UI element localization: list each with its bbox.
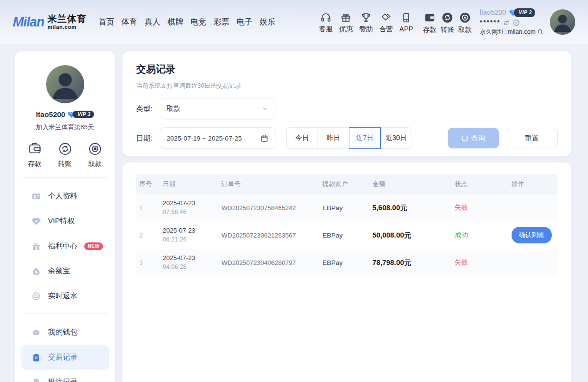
header-wallet-links: 存款 转账 取款 xyxy=(423,11,472,33)
rebate-icon xyxy=(31,291,41,301)
sidebar-withdraw-button[interactable]: 取款 xyxy=(88,142,102,168)
reset-button[interactable]: 重置 xyxy=(506,128,558,148)
table-body: 1 2025-07-23 07:58:46 WD2025072307584652… xyxy=(136,194,558,276)
sidebar-menu-records: 我的钱包 交易记录 投注记录 xyxy=(15,314,115,382)
col-amount: 金额 xyxy=(369,180,452,189)
row-index: 3 xyxy=(136,259,160,266)
trophy-icon xyxy=(360,12,372,24)
sidebar-vip-level: VIP 3 xyxy=(73,111,94,118)
support-link[interactable]: 客服 xyxy=(319,12,333,32)
sponsor-label: 赞助 xyxy=(359,25,373,32)
wallet-icon xyxy=(423,11,436,24)
nav-sports[interactable]: 体育 xyxy=(122,17,137,27)
bet-doc-icon xyxy=(31,378,41,382)
table-row: 3 2025-07-23 04:06:28 WD2025072304062807… xyxy=(136,249,558,276)
nav-chess[interactable]: 棋牌 xyxy=(168,17,183,27)
brand-logo[interactable]: Milan 米兰体育 milan.com xyxy=(13,14,87,30)
confirm-receipt-button[interactable]: 确认到账 xyxy=(512,227,552,243)
deposit-label: 存款 xyxy=(423,26,437,33)
type-select-value: 取款 xyxy=(167,104,180,113)
nav-esports[interactable]: 电竞 xyxy=(191,17,206,27)
sidebar-item-rebate[interactable]: 实时返水 xyxy=(21,284,109,309)
row-amount: 5,608.00元 xyxy=(369,203,452,213)
brand-logo-script: Milan xyxy=(13,15,44,30)
nav-home[interactable]: 首页 xyxy=(98,17,114,27)
gift-icon xyxy=(31,241,41,251)
partner-icon xyxy=(380,12,392,24)
sidebar-transfer-button[interactable]: 转账 xyxy=(58,142,73,168)
preset-yesterday-button[interactable]: 昨日 xyxy=(318,127,349,149)
sidebar-item-label: 我的钱包 xyxy=(48,328,77,337)
col-date: 日期 xyxy=(160,180,219,189)
preset-last7days-button[interactable]: 近7日 xyxy=(349,127,381,149)
moneybag-icon xyxy=(31,266,41,276)
new-badge: NEW xyxy=(84,242,103,250)
date-range-value: 2025-07-19 ~ 2025-07-25 xyxy=(167,135,242,142)
headset-icon xyxy=(320,12,332,24)
date-label: 日期: xyxy=(136,134,160,143)
sidebar-transfer-label: 转账 xyxy=(58,160,72,168)
col-index: 序号 xyxy=(136,180,160,189)
partner-link[interactable]: 合营 xyxy=(379,12,393,32)
row-account: EBPay xyxy=(319,204,369,212)
piggy-icon xyxy=(31,328,41,337)
brand-logo-domain: milan.com xyxy=(48,24,87,30)
transfer-label: 转账 xyxy=(441,26,454,33)
join-days-note: 加入米兰体育第65天 xyxy=(15,123,115,132)
nav-live-casino[interactable]: 真人 xyxy=(145,17,160,27)
preset-last30days-button[interactable]: 近30日 xyxy=(380,127,412,149)
sidebar-item-bets[interactable]: 投注记录 xyxy=(21,370,109,382)
page-title: 交易记录 xyxy=(136,63,558,76)
app-link[interactable]: APP xyxy=(399,12,413,32)
sidebar: ltao5200 VIP 3 加入米兰体育第65天 存款 转账 取款 xyxy=(15,51,115,382)
transfer-link[interactable]: 转账 xyxy=(441,11,454,33)
promo-label: 优惠 xyxy=(339,25,353,32)
loading-spinner-icon xyxy=(462,135,468,142)
sidebar-item-profile[interactable]: 个人资料 xyxy=(21,184,109,209)
row-status: 失败 xyxy=(452,203,509,212)
nav-lottery[interactable]: 彩票 xyxy=(214,17,229,27)
user-info: ltao5200 VIP 3 ****** 永久网址: milan.com xyxy=(480,8,544,36)
sidebar-item-transactions[interactable]: 交易记录 xyxy=(21,345,109,370)
sidebar-item-yuebao[interactable]: 余额宝 xyxy=(21,259,109,284)
nav-slots[interactable]: 电子 xyxy=(237,17,252,27)
top-navbar: Milan 米兰体育 milan.com 首页 体育 真人 棋牌 电竞 彩票 电… xyxy=(0,0,588,44)
phone-icon xyxy=(400,12,412,24)
header-quick-links: 客服 优惠 赞助 合营 xyxy=(319,12,413,32)
id-card-icon xyxy=(31,191,41,201)
sidebar-item-benefits[interactable]: 福利中心 NEW xyxy=(21,234,109,259)
username: ltao5200 xyxy=(480,8,506,17)
transfer-icon xyxy=(58,142,73,156)
app-label: APP xyxy=(399,25,413,32)
avatar[interactable] xyxy=(550,9,575,35)
balance-dropdown-icon[interactable] xyxy=(513,19,520,26)
brand-logo-cn: 米兰体育 xyxy=(48,14,87,24)
masked-balance: ****** xyxy=(480,18,500,27)
sidebar-withdraw-label: 取款 xyxy=(88,160,102,168)
deposit-link[interactable]: 存款 xyxy=(423,11,437,33)
withdraw-link[interactable]: 取款 xyxy=(458,11,472,33)
nav-entertainment[interactable]: 娱乐 xyxy=(260,17,275,27)
sidebar-item-label: 实时返水 xyxy=(48,291,77,301)
sidebar-avatar[interactable] xyxy=(46,65,84,103)
search-icon[interactable] xyxy=(537,28,544,35)
preset-today-button[interactable]: 今日 xyxy=(286,127,318,149)
withdraw-icon xyxy=(459,11,471,24)
chevron-down-icon xyxy=(262,105,269,112)
search-button[interactable]: 查询 xyxy=(448,128,499,148)
eye-off-icon[interactable] xyxy=(503,19,510,26)
sidebar-item-label: 个人资料 xyxy=(48,191,77,201)
row-order-number: WD202507230758465242 xyxy=(219,204,319,212)
sidebar-item-vip[interactable]: VIP特权 xyxy=(21,209,109,234)
sidebar-item-wallet[interactable]: 我的钱包 xyxy=(21,320,109,345)
promo-link[interactable]: 优惠 xyxy=(339,12,353,32)
sidebar-deposit-button[interactable]: 存款 xyxy=(27,142,42,168)
sponsor-link[interactable]: 赞助 xyxy=(359,12,373,32)
sidebar-menu: 个人资料 VIP特权 福利中心 NEW 余额宝 实时返水 xyxy=(15,178,115,310)
date-range-input[interactable]: 2025-07-19 ~ 2025-07-25 xyxy=(160,127,275,149)
transactions-panel: 序号 日期 订单号 提款账户 金额 状态 操作 1 2025-07-23 07:… xyxy=(122,163,571,382)
row-amount: 50,008.00元 xyxy=(369,231,452,240)
partner-label: 合营 xyxy=(379,25,393,32)
type-select[interactable]: 取款 xyxy=(160,98,275,119)
col-order: 订单号 xyxy=(219,180,319,189)
